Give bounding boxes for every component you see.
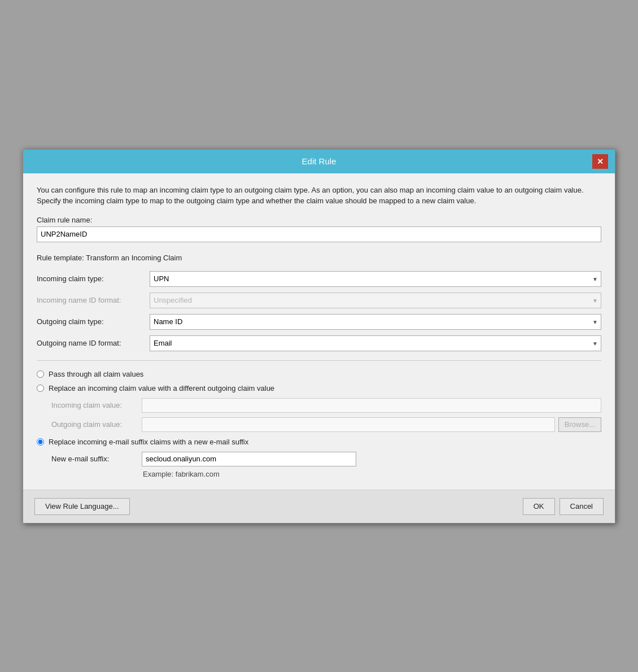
example-text: Example: fabrikam.com [143,470,601,478]
radio-replace-email[interactable] [37,438,44,446]
outgoing-claim-value-input [142,417,555,432]
incoming-claim-type-select[interactable]: UPN E-Mail Address Name Common Name [150,271,601,287]
email-suffix-label: New e-mail suffix: [51,455,142,463]
incoming-name-id-format-label: Incoming name ID format: [37,296,150,304]
outgoing-name-id-format-select[interactable]: Email Unspecified Windows Persistent Tra… [150,335,601,351]
cancel-button[interactable]: Cancel [560,498,604,515]
incoming-claim-value-row: Incoming claim value: [51,398,601,413]
outgoing-claim-value-label: Outgoing claim value: [51,420,142,429]
outgoing-claim-type-row: Outgoing claim type: Name ID E-Mail Addr… [37,314,601,330]
radio-pass-through-row: Pass through all claim values [37,370,601,378]
replace-different-fields: Incoming claim value: Outgoing claim val… [51,398,601,432]
email-suffix-input[interactable] [142,452,356,466]
incoming-name-id-format-wrapper: Unspecified Email Windows ▼ [150,293,601,308]
view-rule-language-button[interactable]: View Rule Language... [34,498,130,515]
incoming-claim-value-label: Incoming claim value: [51,401,142,409]
outgoing-name-id-format-row: Outgoing name ID format: Email Unspecifi… [37,335,601,351]
footer-left: View Rule Language... [34,498,130,515]
browse-button: Browse... [558,417,601,432]
title-bar: Edit Rule ✕ [23,150,615,173]
outgoing-name-id-format-wrapper: Email Unspecified Windows Persistent Tra… [150,335,601,351]
edit-rule-dialog: Edit Rule ✕ You can configure this rule … [23,149,615,523]
radio-replace-email-label: Replace incoming e-mail suffix claims wi… [49,438,248,446]
incoming-name-id-format-select: Unspecified Email Windows [150,293,601,308]
incoming-name-id-format-row: Incoming name ID format: Unspecified Ema… [37,293,601,308]
incoming-claim-value-input [142,398,601,413]
dialog-title: Edit Rule [46,156,592,166]
description-text: You can configure this rule to map an in… [37,185,601,207]
radio-replace-email-row: Replace incoming e-mail suffix claims wi… [37,438,601,446]
outgoing-claim-value-row: Outgoing claim value: Browse... [51,417,601,432]
incoming-claim-type-row: Incoming claim type: UPN E-Mail Address … [37,271,601,287]
email-suffix-section: New e-mail suffix: Example: fabrikam.com [51,452,601,478]
outgoing-claim-type-select[interactable]: Name ID E-Mail Address UPN Common Name [150,314,601,330]
rule-template-label: Rule template: Transform an Incoming Cla… [37,254,601,262]
radio-replace-different[interactable] [37,385,44,392]
incoming-claim-type-label: Incoming claim type: [37,274,150,283]
claim-rule-name-input[interactable] [37,226,601,242]
outgoing-claim-type-label: Outgoing claim type: [37,317,150,326]
radio-replace-different-label: Replace an incoming claim value with a d… [49,384,274,392]
separator-1 [37,360,601,361]
close-button[interactable]: ✕ [592,154,608,169]
footer-right: OK Cancel [523,498,604,515]
ok-button[interactable]: OK [523,498,555,515]
radio-pass-through-label: Pass through all claim values [49,370,143,378]
outgoing-name-id-format-label: Outgoing name ID format: [37,339,150,347]
incoming-claim-type-wrapper: UPN E-Mail Address Name Common Name ▼ [150,271,601,287]
dialog-body: You can configure this rule to map an in… [23,173,615,490]
dialog-footer: View Rule Language... OK Cancel [23,490,615,523]
email-suffix-row: New e-mail suffix: [51,452,601,466]
claim-rule-name-label: Claim rule name: [37,216,601,224]
radio-replace-different-row: Replace an incoming claim value with a d… [37,384,601,392]
radio-pass-through[interactable] [37,370,44,378]
outgoing-claim-type-wrapper: Name ID E-Mail Address UPN Common Name ▼ [150,314,601,330]
